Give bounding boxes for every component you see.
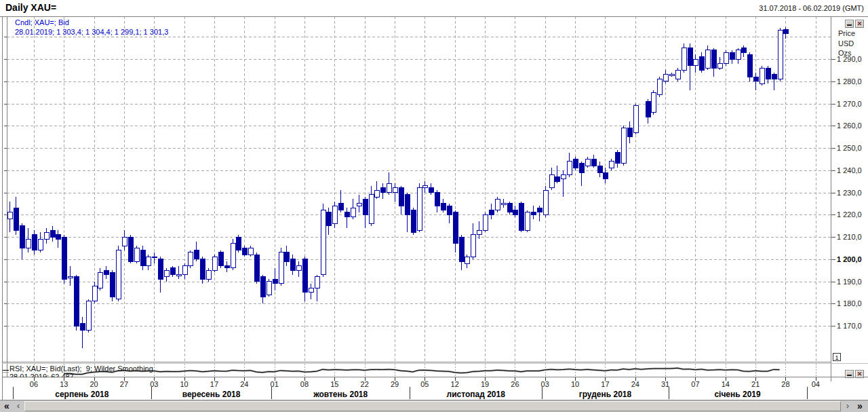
scroll-far-right-button[interactable]: »: [853, 400, 867, 412]
chart-plot-area[interactable]: [0, 0, 868, 412]
date-tick-label: 12: [451, 380, 459, 388]
date-tick-label: 04: [812, 380, 820, 388]
date-tick-label: 17: [210, 380, 218, 388]
month-label: грудень 2018: [579, 390, 632, 399]
date-tick-label: 14: [722, 380, 730, 388]
price-tick-label: 1 200,0: [837, 255, 862, 263]
rsi-clipped-value-line: 28.01.2019; 62,487: [9, 373, 74, 377]
date-tick-label: 01: [271, 380, 279, 388]
rsi-minimize-button[interactable]: ▬: [845, 370, 854, 378]
date-tick-label: 13: [60, 380, 68, 388]
date-tick-label: 24: [631, 380, 639, 388]
price-axis-units: Price USD Ozs: [838, 29, 855, 58]
legend-series-line: Cndl; XAU=; Bid: [15, 18, 168, 27]
date-tick-label: 20: [90, 380, 98, 388]
price-tick-label: 1 270,0: [837, 100, 862, 108]
price-tick-label: 1 220,0: [837, 210, 862, 219]
price-tick-label: 1 240,0: [837, 166, 862, 174]
price-tick-label: 1 280,0: [837, 77, 862, 86]
axis-unit-usd: USD: [838, 39, 855, 49]
chart-legend: Cndl; XAU=; Bid 28.01.2019; 1 303,4; 1 3…: [15, 18, 168, 37]
rsi-legend: RSI; XAU=; Bid(Last); 9; Wilder Smoothin…: [9, 364, 153, 373]
date-tick-label: 27: [120, 380, 128, 388]
scroll-right-button[interactable]: ›: [843, 400, 852, 412]
rsi-minimize-icon: ▬: [847, 372, 852, 377]
scroll-left-button[interactable]: ‹: [14, 400, 23, 412]
date-tick-label: 07: [691, 380, 699, 388]
date-tick-label: 10: [180, 380, 188, 388]
candlestick-chart-svg: [0, 0, 868, 412]
rsi-close-icon[interactable]: ✕: [855, 370, 864, 378]
price-tick-label: 1 250,0: [837, 144, 862, 152]
scrollbar-thumb[interactable]: [24, 401, 841, 411]
date-tick-label: 28: [781, 380, 789, 388]
date-tick-label: 10: [571, 380, 579, 388]
rsi-smoothing-line: [64, 368, 779, 374]
price-tick-label: 1 180,0: [837, 299, 862, 307]
date-tick-label: 03: [541, 380, 549, 388]
close-icon[interactable]: ✕: [855, 20, 864, 28]
price-tick-label: 1 260,0: [837, 121, 862, 130]
price-tick-label: 1 210,0: [837, 233, 862, 241]
price-tick-label: 1 190,0: [837, 278, 862, 286]
scroll-far-left-button[interactable]: «: [1, 400, 13, 412]
panel-number-badge: 1: [833, 353, 841, 361]
date-tick-label: 06: [30, 380, 38, 388]
horizontal-scrollbar[interactable]: « ‹ › »: [0, 400, 868, 412]
date-tick-label: 05: [420, 380, 429, 388]
date-tick-label: 21: [751, 380, 760, 388]
date-tick-label: 31: [661, 380, 669, 388]
date-tick-label: 08: [300, 380, 309, 388]
date-tick-label: 19: [481, 380, 489, 388]
month-label: листопад 2018: [447, 390, 505, 399]
month-label: серпень 2018: [55, 390, 108, 399]
month-label: жовтень 2018: [313, 390, 368, 399]
chart-window: Daily XAU= 31.07.2018 - 06.02.2019 (GMT)…: [0, 0, 868, 412]
price-tick-label: 1 230,0: [837, 189, 862, 197]
axis-unit-ozs: Ozs: [838, 48, 855, 58]
date-tick-label: 29: [391, 380, 399, 388]
price-tick-label: 1 170,0: [837, 322, 862, 330]
date-tick-label: 15: [330, 380, 338, 388]
minimize-icon: ▬: [847, 22, 852, 26]
date-tick-label: 03: [150, 380, 158, 388]
minimize-button[interactable]: ▬: [845, 20, 854, 28]
date-tick-label: 24: [240, 380, 248, 388]
month-label: січень 2019: [714, 390, 760, 399]
date-tick-label: 17: [601, 380, 609, 388]
legend-ohlc-line: 28.01.2019; 1 303,4; 1 304,4; 1 299,1; 1…: [15, 27, 168, 37]
date-tick-label: 26: [511, 380, 519, 388]
date-tick-label: 22: [361, 380, 369, 388]
month-label: вересень 2018: [182, 390, 241, 399]
axis-unit-price: Price: [838, 29, 855, 39]
